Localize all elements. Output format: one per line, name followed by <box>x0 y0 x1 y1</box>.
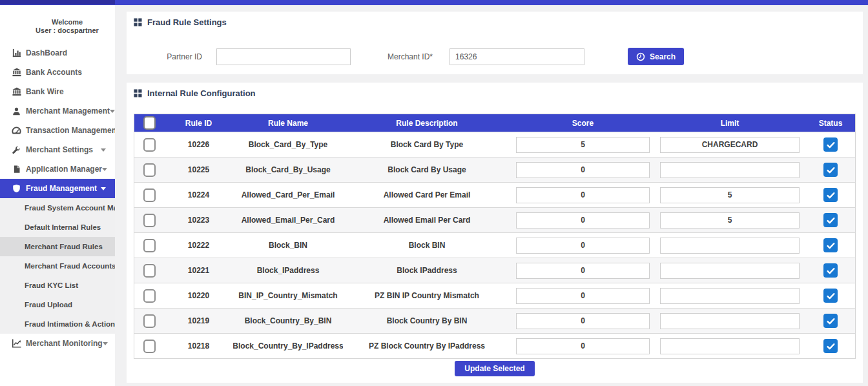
bank-icon <box>11 87 22 96</box>
sidebar-subitem[interactable]: Default Internal Rules <box>0 218 115 237</box>
limit-input[interactable] <box>660 212 800 229</box>
check-icon <box>826 190 836 200</box>
row-checkbox[interactable] <box>143 188 156 202</box>
check-icon <box>826 341 836 351</box>
main-content: Fraud Rule Settings Partner ID Merchant … <box>115 5 868 386</box>
sidebar-subitem-label: Merchant Fraud Accounts <box>25 262 115 270</box>
rule-id-cell: 10223 <box>164 208 233 232</box>
sidebar-subitem[interactable]: Fraud KYC List <box>0 276 115 295</box>
check-icon <box>826 216 836 225</box>
rule-name-cell: Block_Country_By_IPaddress <box>233 334 343 358</box>
limit-input[interactable] <box>660 238 800 254</box>
status-checkbox[interactable] <box>823 289 838 303</box>
row-checkbox[interactable] <box>143 314 156 328</box>
file-icon <box>11 165 22 174</box>
score-input[interactable] <box>516 338 650 354</box>
sidebar-item[interactable]: Transaction Management <box>0 121 115 140</box>
sidebar-item[interactable]: DashBoard <box>0 43 115 63</box>
rule-description-cell: Block IPaddress <box>343 258 511 283</box>
sidebar-subitem-label: Fraud System Account Master <box>25 204 115 212</box>
rule-description-cell: Block Country By BIN <box>343 309 511 333</box>
sidebar-item-label: Bank Wire <box>26 87 64 96</box>
table-row: 10218 Block_Country_By_IPaddress PZ Bloc… <box>134 333 855 358</box>
rule-id-cell: 10218 <box>164 334 233 358</box>
panel-title: Fraud Rule Settings <box>127 12 863 27</box>
row-checkbox[interactable] <box>143 340 156 353</box>
shield-icon <box>11 184 22 193</box>
score-input[interactable] <box>516 263 650 279</box>
sidebar-subitem[interactable]: Fraud System Account Master <box>0 198 115 218</box>
score-input[interactable] <box>516 212 650 229</box>
sidebar-item[interactable]: Merchant Monitoring <box>0 334 115 353</box>
score-input[interactable] <box>516 288 650 304</box>
search-button[interactable]: Search <box>628 48 684 65</box>
status-checkbox[interactable] <box>823 213 838 227</box>
check-icon <box>826 241 836 250</box>
grid-icon <box>134 89 142 97</box>
status-checkbox[interactable] <box>823 163 838 177</box>
rule-description-cell: Block Card By Usage <box>343 157 511 182</box>
score-input[interactable] <box>516 238 650 254</box>
status-checkbox[interactable] <box>823 263 838 278</box>
limit-input[interactable] <box>660 263 800 279</box>
score-input[interactable] <box>516 187 650 203</box>
check-icon <box>826 291 836 301</box>
status-checkbox[interactable] <box>823 188 838 202</box>
row-checkbox[interactable] <box>143 163 156 177</box>
sidebar-subitem[interactable]: Merchant Fraud Accounts <box>0 256 115 276</box>
status-checkbox[interactable] <box>823 137 838 152</box>
row-checkbox[interactable] <box>143 239 156 252</box>
sidebar-item[interactable]: Merchant Management <box>0 101 115 121</box>
table-row: 10225 Block_Card_By_Usage Block Card By … <box>134 157 855 182</box>
limit-input[interactable] <box>660 187 800 203</box>
panel-title-text: Fraud Rule Settings <box>147 17 227 27</box>
sidebar-subitem-label: Fraud Intimation & Action <box>25 320 115 328</box>
limit-input[interactable] <box>660 313 800 329</box>
sidebar-item[interactable]: Merchant Settings <box>0 140 115 159</box>
rule-name-cell: BIN_IP_Country_Mismatch <box>233 283 343 308</box>
search-form: Partner ID Merchant ID* Search <box>127 48 863 65</box>
rule-description-cell: Block BIN <box>343 233 511 258</box>
sidebar-item[interactable]: Bank Accounts <box>0 63 115 82</box>
sidebar-item[interactable]: Application Manager <box>0 159 115 179</box>
score-input[interactable] <box>516 162 650 178</box>
top-bar-left-segment <box>0 0 115 5</box>
sidebar-subitem[interactable]: Fraud Intimation & Action <box>0 314 115 334</box>
score-input[interactable] <box>516 313 650 329</box>
row-checkbox[interactable] <box>143 138 156 152</box>
sidebar-item[interactable]: Bank Wire <box>0 82 115 101</box>
column-header-rule-description: Rule Description <box>343 114 511 132</box>
check-icon <box>826 165 836 175</box>
rule-id-cell: 10221 <box>164 258 233 283</box>
status-checkbox[interactable] <box>823 238 838 252</box>
top-bar <box>0 0 868 5</box>
rule-id-cell: 10226 <box>164 132 233 157</box>
update-selected-button[interactable]: Update Selected <box>455 361 534 376</box>
limit-input[interactable] <box>660 162 800 178</box>
limit-input[interactable] <box>660 137 800 153</box>
sidebar-subitem[interactable]: Merchant Fraud Rules <box>0 237 115 256</box>
row-checkbox[interactable] <box>143 289 156 303</box>
sidebar-item[interactable]: Fraud Management <box>0 179 115 198</box>
screen: Welcome User : docspartner DashBoard Ban… <box>0 0 868 386</box>
score-input[interactable] <box>516 137 650 153</box>
merchant-id-label: Merchant ID* <box>388 52 433 61</box>
sidebar-subitem[interactable]: Fraud Upload <box>0 295 115 314</box>
row-checkbox[interactable] <box>143 264 156 278</box>
status-checkbox[interactable] <box>823 339 838 353</box>
sidebar-item-label: Application Manager <box>26 165 102 174</box>
row-checkbox[interactable] <box>143 214 156 227</box>
select-all-checkbox[interactable] <box>143 116 156 130</box>
welcome-line: Welcome <box>19 18 115 26</box>
limit-input[interactable] <box>660 338 800 354</box>
limit-input[interactable] <box>660 288 800 304</box>
rule-name-cell: Allowed_Email_Per_Card <box>233 208 343 232</box>
welcome-text: Welcome User : docspartner <box>0 5 115 35</box>
status-checkbox[interactable] <box>823 314 838 328</box>
grid-icon <box>134 18 142 26</box>
merchant-id-input[interactable] <box>450 48 584 65</box>
partner-id-input[interactable] <box>216 48 351 65</box>
caret-down-icon <box>110 110 115 113</box>
column-header-rule-name: Rule Name <box>233 114 343 132</box>
welcome-user: User : docspartner <box>19 26 115 35</box>
